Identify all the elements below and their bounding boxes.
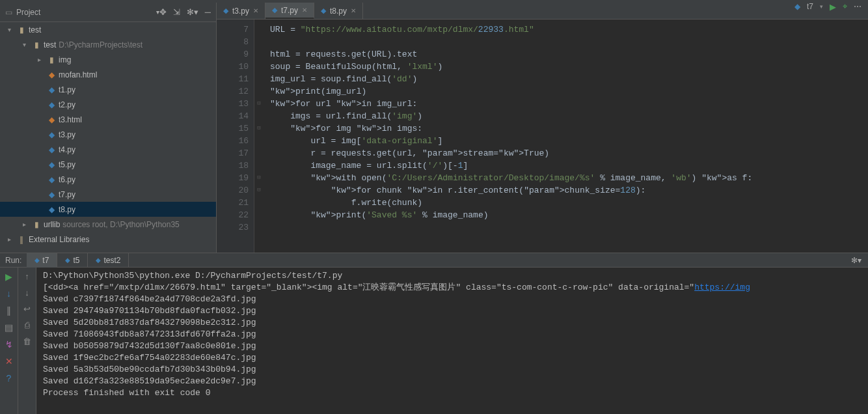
fold-marker[interactable]: ⊟ (254, 122, 264, 135)
tree-item-t5.py[interactable]: ◆t5.py (0, 157, 216, 172)
tree-item-t3.py[interactable]: ◆t3.py (0, 127, 216, 142)
tree-item-mofan.html[interactable]: ◆mofan.html (0, 67, 216, 82)
tree-arrow-icon[interactable]: ▾ (8, 26, 16, 33)
line-number[interactable]: 13 (217, 98, 249, 110)
line-number[interactable]: 12 (217, 85, 249, 98)
run-tab-test2[interactable]: ◆test2 (88, 253, 129, 268)
fold-marker[interactable] (254, 197, 264, 209)
fold-marker[interactable] (254, 209, 264, 221)
help-icon[interactable]: ? (7, 373, 12, 383)
filter-icon[interactable]: ↯ (5, 339, 13, 350)
run-tab-t5[interactable]: ◆t5 (57, 253, 88, 268)
fold-marker[interactable] (254, 36, 264, 48)
close-icon[interactable]: ✕ (351, 7, 356, 14)
line-number[interactable]: 21 (217, 197, 249, 209)
code-line[interactable]: r = requests.get(url, "param">stream="kw… (270, 147, 868, 159)
code-line[interactable]: f.write(chunk) (270, 197, 868, 209)
code-line[interactable]: url = img['data-original'] (270, 135, 868, 147)
line-number[interactable]: 11 (217, 73, 249, 85)
tree-arrow-icon[interactable]: ▾ (23, 41, 31, 48)
line-number[interactable]: 22 (217, 209, 249, 221)
debug-button-icon[interactable]: ⌖ (843, 1, 847, 12)
code-line[interactable]: "kw">for chunk "kw">in r.iter_content("p… (270, 184, 868, 197)
code-line[interactable] (270, 36, 868, 48)
run-tabs[interactable]: ◆t7◆t5◆test2 (27, 253, 129, 268)
editor-tab-t7.py[interactable]: ◆t7.py✕ (265, 3, 314, 19)
line-number[interactable]: 10 (217, 61, 249, 73)
line-number[interactable]: 17 (217, 147, 249, 159)
project-tree[interactable]: ▾▮test▾▮test D:\PycharmProjects\test▸▮im… (0, 22, 216, 253)
wrap-icon[interactable]: ↩ (23, 304, 31, 314)
tree-item-t7.py[interactable]: ◆t7.py (0, 187, 216, 202)
tree-arrow-icon[interactable]: ▸ (38, 56, 46, 63)
hide-icon[interactable]: ─ (205, 7, 211, 17)
editor-tab-t8.py[interactable]: ◆t8.py✕ (314, 3, 363, 19)
up-icon[interactable]: ↑ (25, 271, 29, 281)
fold-column[interactable]: ⊟⊟⊟⊟ (254, 20, 264, 253)
run-tab-t7[interactable]: ◆t7 (27, 253, 57, 268)
project-tool-header[interactable]: ▭ Project ▾ ✥ ⇲ ✻▾ ─ (0, 3, 216, 22)
line-number[interactable]: 7 (217, 23, 249, 36)
console-link[interactable]: https://img (694, 283, 750, 292)
layout-icon[interactable]: ▤ (5, 322, 13, 333)
line-number[interactable]: 14 (217, 110, 249, 122)
more-actions-icon[interactable]: ⋯ (854, 2, 861, 11)
tree-item-t1.py[interactable]: ◆t1.py (0, 82, 216, 97)
editor-tab-t3.py[interactable]: ◆t3.py✕ (217, 3, 265, 19)
stepdown-icon[interactable]: ↓ (7, 288, 11, 299)
down-icon[interactable]: ↓ (25, 288, 29, 297)
tree-item-t2.py[interactable]: ◆t2.py (0, 97, 216, 112)
code-content[interactable]: URL = "https://www.aitaotu.com/mxtp/dlmx… (264, 20, 868, 253)
line-number[interactable]: 20 (217, 184, 249, 197)
fold-marker[interactable]: ⊟ (254, 184, 264, 197)
code-line[interactable]: "kw">with open('C:/Users/Administrator/D… (270, 172, 868, 184)
tree-arrow-icon[interactable]: ▸ (23, 221, 31, 228)
fold-marker[interactable]: ⊟ (254, 172, 264, 184)
code-line[interactable]: URL = "https://www.aitaotu.com/mxtp/dlmx… (270, 23, 868, 36)
gear-icon[interactable]: ✻▾ (187, 7, 198, 17)
tree-item-t6.py[interactable]: ◆t6.py (0, 172, 216, 187)
fold-marker[interactable] (254, 110, 264, 122)
code-line[interactable]: imgs = url.find_all('img') (270, 110, 868, 122)
tree-item-urllib[interactable]: ▸▮urllib sources root, D:\Python\Python3… (0, 217, 216, 232)
run-button-icon[interactable]: ▶ (830, 2, 836, 12)
code-line[interactable]: "kw">for url "kw">in img_url: (270, 98, 868, 110)
tree-arrow-icon[interactable]: ▸ (8, 236, 16, 243)
fold-marker[interactable] (254, 61, 264, 73)
code-line[interactable]: img_url = soup.find_all('dd') (270, 73, 868, 85)
line-gutter[interactable]: 7891011121314151617181920212223 (217, 20, 254, 253)
line-number[interactable]: 8 (217, 36, 249, 48)
close-icon[interactable]: ✕ (253, 7, 258, 14)
code-line[interactable]: "kw">for img "kw">in imgs: (270, 122, 868, 135)
tree-item-External Libraries[interactable]: ▸‖External Libraries (0, 232, 216, 247)
close-icon[interactable]: ✕ (302, 7, 307, 14)
code-line[interactable]: html = requests.get(URL).text (270, 48, 868, 61)
tree-item-img[interactable]: ▸▮img (0, 52, 216, 67)
close-icon[interactable]: ✕ (5, 356, 13, 366)
tree-item-t8.py[interactable]: ◆t8.py (0, 202, 216, 217)
code-line[interactable]: "kw">print('Saved %s' % image_name) (270, 209, 868, 221)
code-line[interactable]: soup = BeautifulSoup(html, 'lxml') (270, 61, 868, 73)
run-config-name[interactable]: t7 (807, 2, 813, 11)
tree-item-t4.py[interactable]: ◆t4.py (0, 142, 216, 157)
tree-item-test[interactable]: ▾▮test (0, 22, 216, 37)
chevron-down-icon[interactable]: ▾ (820, 3, 823, 10)
line-number[interactable]: 19 (217, 172, 249, 184)
tree-item-t3.html[interactable]: ◆t3.html (0, 112, 216, 127)
fold-marker[interactable] (254, 23, 264, 36)
gear-icon[interactable]: ✻▾ (851, 256, 865, 265)
fold-marker[interactable] (254, 73, 264, 85)
editor-tab-bar[interactable]: ◆t3.py✕◆t7.py✕◆t8.py✕ (217, 3, 868, 20)
console-output[interactable]: D:\Python\Python35\python.exe D:/Pycharm… (36, 268, 868, 414)
code-line[interactable]: image_name = url.split('/')[-1] (270, 159, 868, 172)
fold-marker[interactable] (254, 147, 264, 159)
trash-icon[interactable]: 🗑 (23, 337, 31, 346)
collapse-icon[interactable]: ⇲ (173, 7, 180, 17)
code-line[interactable]: "kw">print(img_url) (270, 85, 868, 98)
tree-item-test[interactable]: ▾▮test D:\PycharmProjects\test (0, 37, 216, 52)
rerun-icon[interactable]: ▶ (5, 271, 12, 282)
line-number[interactable]: 15 (217, 122, 249, 135)
pause-icon[interactable]: ‖ (7, 305, 11, 316)
line-number[interactable]: 16 (217, 135, 249, 147)
line-number[interactable]: 9 (217, 48, 249, 61)
